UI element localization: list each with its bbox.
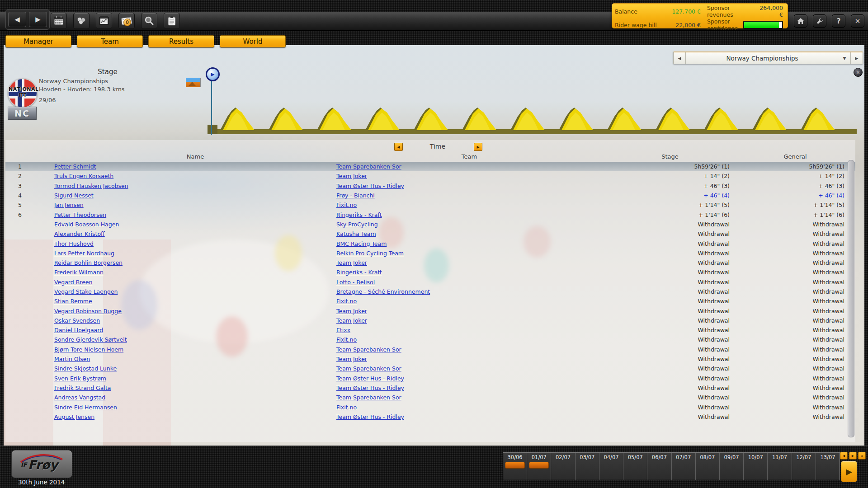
timeline-day[interactable]: 06/07 <box>647 453 671 480</box>
timeline-skip-button[interactable]: ⊐ <box>858 452 866 460</box>
team-column-header[interactable]: Team <box>336 153 602 160</box>
rider-link[interactable]: Sondre Gjerdevik Sørtveit <box>54 336 336 343</box>
team-link[interactable]: Lotto - Belisol <box>336 279 602 286</box>
rider-link[interactable]: Sindre Skjostad Lunke <box>54 365 336 372</box>
stats-button[interactable] <box>96 13 112 29</box>
team-link[interactable]: Sky ProCycling <box>336 221 602 228</box>
team-link[interactable]: Team Joker <box>336 317 602 324</box>
rider-link[interactable]: Alexander Kristoff <box>54 230 336 237</box>
rider-rank: 6 <box>11 211 29 218</box>
time-next-button[interactable]: ▶ <box>474 143 482 151</box>
team-link[interactable]: Frøy - Bianchi <box>336 192 602 199</box>
team-link[interactable]: Team Joker <box>336 356 602 362</box>
timeline-day[interactable]: 12/07 <box>792 453 816 480</box>
rider-link[interactable]: Lars Petter Nordhaug <box>54 250 336 257</box>
tab-team[interactable]: Team <box>77 35 143 47</box>
close-button[interactable]: ✕ <box>851 14 864 28</box>
team-link[interactable]: Fixit.no <box>336 202 602 208</box>
name-column-header[interactable]: Name <box>54 153 336 160</box>
rider-link[interactable]: Truls Engen Korsaeth <box>54 173 336 179</box>
rider-link[interactable]: Jan Jensen <box>54 202 336 208</box>
timeline-day[interactable]: 11/07 <box>768 453 792 480</box>
rider-link[interactable]: August Jensen <box>54 413 336 420</box>
team-link[interactable]: Katusha Team <box>336 230 602 237</box>
rider-link[interactable]: Vegard Stake Laengen <box>54 288 336 295</box>
race-dropdown-button[interactable]: ▼ <box>839 52 850 64</box>
rider-link[interactable]: Thor Hushovd <box>54 240 336 247</box>
home-button[interactable] <box>794 14 807 28</box>
timeline-day[interactable]: 08/07 <box>696 453 720 480</box>
rider-link[interactable]: Fredrik Strand Galta <box>54 385 336 391</box>
rider-link[interactable]: Martin Olsen <box>54 356 336 362</box>
rider-link[interactable]: Sindre Eid Hermansen <box>54 404 336 411</box>
next-race-button[interactable]: ▶ <box>851 52 863 64</box>
rider-link[interactable]: Tormod Hausken Jacobsen <box>54 183 336 189</box>
rider-link[interactable]: Petter Theodorsen <box>54 211 336 218</box>
continue-button[interactable]: ▶ <box>841 461 857 482</box>
team-link[interactable]: Team Øster Hus - Ridley <box>336 385 602 391</box>
tab-results[interactable]: Results <box>148 35 214 47</box>
back-button[interactable]: ◀ <box>8 12 26 27</box>
timeline-prev-button[interactable]: ◀ <box>840 452 848 460</box>
rider-link[interactable]: Andreas Vangstad <box>54 394 336 401</box>
timeline-day[interactable]: 09/07 <box>720 453 744 480</box>
timeline-day[interactable]: 05/07 <box>623 453 647 480</box>
team-link[interactable]: Fixit.no <box>336 298 602 305</box>
timeline-day[interactable]: 04/07 <box>599 453 623 480</box>
profile-play-button[interactable]: ▶ <box>206 67 220 81</box>
rider-link[interactable]: Daniel Hoelgaard <box>54 327 336 333</box>
photo-thumbnail-icon[interactable] <box>186 78 201 87</box>
mail-button[interactable]: 0 <box>118 13 135 29</box>
timeline-day[interactable]: 07/07 <box>672 453 696 480</box>
team-link[interactable]: Team Sparebanken Sor <box>336 365 602 372</box>
rider-link[interactable]: Sven Erik Bystrøm <box>54 375 336 382</box>
rider-link[interactable]: Edvald Boasson Hagen <box>54 221 336 228</box>
rider-link[interactable]: Vegard Robinson Bugge <box>54 308 336 314</box>
timeline-day[interactable]: 30/06 <box>503 453 527 480</box>
tab-world[interactable]: World <box>220 35 286 47</box>
team-link[interactable]: Team Sparebanken Sor <box>336 346 602 353</box>
rider-link[interactable]: Reidar Bohlin Borgersen <box>54 259 336 266</box>
team-link[interactable]: Team Øster Hus - Ridley <box>336 375 602 382</box>
search-button[interactable] <box>141 13 157 29</box>
team-link[interactable]: Fixit.no <box>336 404 602 411</box>
rider-link[interactable]: Stian Remme <box>54 298 336 305</box>
rider-link[interactable]: Bjørn Tore Nielsen Hoem <box>54 346 336 353</box>
team-link[interactable]: Team Øster Hus - Ridley <box>336 183 602 189</box>
forward-button[interactable]: ▶ <box>29 12 47 27</box>
team-link[interactable]: Team Sparebanken Sor <box>336 394 602 401</box>
team-link[interactable]: Team Sparebanken Sor <box>336 163 602 170</box>
timeline-day[interactable]: 13/07 <box>816 453 840 480</box>
team-link[interactable]: BMC Racing Team <box>336 240 602 247</box>
team-link[interactable]: Team Joker <box>336 259 602 266</box>
rider-link[interactable]: Oskar Svendsen <box>54 317 336 324</box>
team-link[interactable]: Etixx <box>336 327 602 333</box>
team-link[interactable]: Ringeriks - Kraft <box>336 269 602 276</box>
help-button[interactable]: ? <box>832 14 845 28</box>
general-column-header[interactable]: General <box>738 153 853 160</box>
stage-column-header[interactable]: Stage <box>602 153 738 160</box>
team-link[interactable]: Team Joker <box>336 173 602 179</box>
previous-race-button[interactable]: ◀ <box>674 52 685 64</box>
timeline-day[interactable]: 03/07 <box>576 453 599 480</box>
team-link[interactable]: Fixit.no <box>336 336 602 343</box>
rider-link[interactable]: Vegard Breen <box>54 279 336 286</box>
settings-button[interactable] <box>813 14 826 28</box>
rider-link[interactable]: Frederik Wilmann <box>54 269 336 276</box>
rider-link[interactable]: Sigurd Nesset <box>54 192 336 199</box>
timeline-day[interactable]: 01/07 <box>527 453 551 480</box>
table-scrollbar[interactable] <box>848 160 854 437</box>
timeline-day[interactable]: 02/07 <box>551 453 575 480</box>
team-link[interactable]: Bretagne - Séché Environnement <box>336 288 602 295</box>
team-link[interactable]: Ringeriks - Kraft <box>336 211 602 218</box>
riders-button[interactable] <box>73 13 90 29</box>
notes-button[interactable] <box>164 13 180 29</box>
team-link[interactable]: Belkin Pro Cycling Team <box>336 250 602 257</box>
timeline-next-button[interactable]: ▶ <box>849 452 857 460</box>
rider-link[interactable]: Petter Schmidt <box>54 163 336 170</box>
team-link[interactable]: Team Joker <box>336 308 602 314</box>
tab-manager[interactable]: Manager <box>5 35 71 47</box>
timeline-day[interactable]: 10/07 <box>744 453 768 480</box>
team-link[interactable]: Team Øster Hus - Ridley <box>336 413 602 420</box>
calendar-button[interactable] <box>51 13 67 29</box>
